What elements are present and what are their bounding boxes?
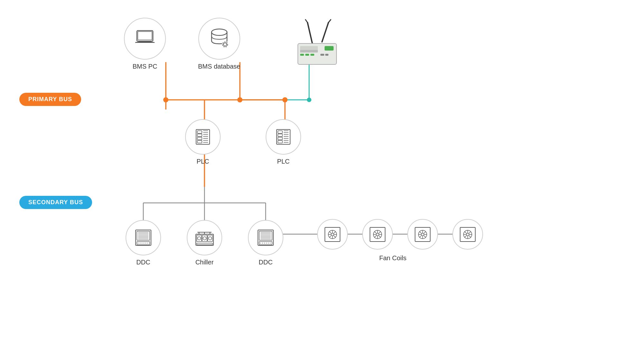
svg-point-7 <box>307 98 311 102</box>
fancoil3-icon-circle <box>407 219 438 250</box>
svg-point-90 <box>208 237 212 240</box>
svg-line-143 <box>420 235 422 237</box>
node-bms-pc: BMS PC <box>124 18 166 70</box>
svg-rect-44 <box>300 50 318 52</box>
svg-point-88 <box>197 237 201 240</box>
bms-pc-icon-circle <box>124 18 166 60</box>
chiller-label: Chiller <box>195 259 214 266</box>
node-plc1: PLC <box>185 119 221 165</box>
svg-line-154 <box>465 235 467 237</box>
svg-line-153 <box>469 232 471 234</box>
svg-point-13 <box>282 97 288 102</box>
ddc1-label: DDC <box>136 259 150 266</box>
bms-pc-label: BMS PC <box>133 63 157 70</box>
plc2-icon <box>274 128 293 146</box>
svg-point-28 <box>212 29 227 35</box>
plc1-label: PLC <box>197 158 209 165</box>
svg-rect-45 <box>196 129 210 144</box>
svg-rect-24 <box>137 31 153 41</box>
node-plc2: PLC <box>266 119 301 165</box>
svg-line-121 <box>329 235 332 237</box>
node-fancoil4 <box>452 219 483 250</box>
fancoil2-icon <box>369 226 386 243</box>
svg-rect-41 <box>320 54 324 56</box>
svg-rect-144 <box>460 227 475 242</box>
svg-rect-40 <box>310 54 314 56</box>
svg-rect-111 <box>325 227 340 242</box>
plc2-icon-circle <box>266 119 301 155</box>
fan-coils-group-label: Fan Coils <box>317 254 469 262</box>
node-ddc2: DDC <box>248 220 283 266</box>
svg-line-151 <box>465 232 467 234</box>
bms-db-label: BMS database <box>198 63 240 70</box>
chiller-icon <box>194 228 215 248</box>
ddc2-icon <box>256 228 275 247</box>
ddc1-icon <box>134 228 153 247</box>
router-device <box>280 18 343 68</box>
svg-line-131 <box>379 232 381 234</box>
svg-rect-25 <box>138 32 152 40</box>
primary-bus-badge: PRIMARY BUS <box>19 93 81 106</box>
plc1-icon-circle <box>185 119 221 155</box>
svg-point-89 <box>203 237 206 240</box>
svg-line-35 <box>328 19 331 23</box>
svg-line-34 <box>322 23 328 42</box>
fancoil1-icon-circle <box>317 219 348 250</box>
svg-rect-59 <box>278 134 282 137</box>
node-fancoil2 <box>362 219 393 250</box>
svg-line-132 <box>374 235 377 237</box>
node-ddc1: DDC <box>126 220 161 266</box>
plc1-icon <box>194 128 212 146</box>
fancoil3-icon <box>414 226 431 243</box>
ddc2-label: DDC <box>259 259 272 266</box>
plc2-label: PLC <box>277 158 290 165</box>
svg-line-130 <box>379 235 381 237</box>
svg-point-8 <box>237 97 242 102</box>
svg-rect-91 <box>197 243 213 245</box>
svg-line-118 <box>329 232 332 234</box>
primary-bus-label: PRIMARY BUS <box>28 96 72 102</box>
svg-rect-38 <box>300 54 304 56</box>
svg-rect-42 <box>325 54 328 56</box>
fancoil4-icon <box>459 226 477 243</box>
svg-rect-61 <box>278 140 282 143</box>
svg-line-152 <box>469 235 471 237</box>
fancoil1-icon <box>324 226 341 243</box>
svg-line-140 <box>420 232 422 234</box>
laptop-icon <box>134 29 156 48</box>
svg-rect-58 <box>278 131 282 133</box>
svg-line-32 <box>308 23 312 43</box>
database-icon <box>208 28 231 50</box>
node-fancoil1 <box>317 219 348 250</box>
svg-line-142 <box>424 232 426 234</box>
ddc1-icon-circle <box>126 220 161 255</box>
fancoil4-icon-circle <box>452 219 483 250</box>
secondary-bus-badge: SECONDARY BUS <box>19 196 92 209</box>
chiller-icon-circle <box>187 220 222 255</box>
svg-rect-48 <box>197 137 202 140</box>
fancoil2-icon-circle <box>362 219 393 250</box>
node-bms-db: BMS database <box>198 18 240 70</box>
secondary-bus-label: SECONDARY BUS <box>28 199 83 205</box>
svg-line-119 <box>334 235 336 237</box>
svg-rect-43 <box>325 46 334 51</box>
svg-rect-133 <box>415 227 430 242</box>
bms-db-icon-circle <box>198 18 240 60</box>
node-chiller: Chiller <box>187 220 222 266</box>
fan-coils-label: Fan Coils <box>379 254 406 262</box>
svg-point-9 <box>163 97 168 102</box>
svg-rect-46 <box>197 131 202 133</box>
svg-rect-39 <box>305 54 309 56</box>
node-fancoil3 <box>407 219 438 250</box>
svg-rect-57 <box>277 129 290 144</box>
svg-line-33 <box>305 19 308 23</box>
svg-rect-49 <box>197 140 202 143</box>
svg-line-120 <box>334 232 336 234</box>
svg-rect-47 <box>197 134 202 137</box>
svg-rect-60 <box>278 137 282 140</box>
router-icon <box>280 18 343 68</box>
ddc2-icon-circle <box>248 220 283 255</box>
svg-rect-122 <box>370 227 385 242</box>
svg-line-141 <box>424 235 426 237</box>
svg-line-129 <box>374 232 377 234</box>
